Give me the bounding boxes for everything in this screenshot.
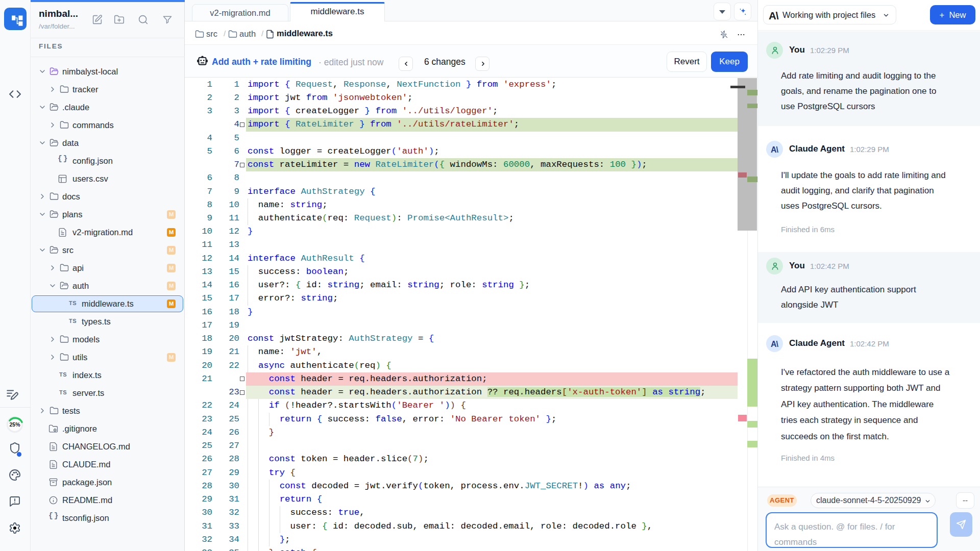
svg-text:25%: 25% [9, 421, 20, 428]
